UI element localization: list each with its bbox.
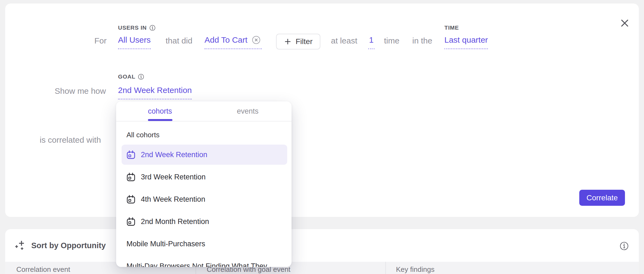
- column-header-key-findings[interactable]: Key findings: [396, 265, 435, 274]
- goal-picker-dropdown: cohorts events All cohorts 2nd Week Rete…: [116, 101, 292, 267]
- list-item-multi-day-browsers[interactable]: Multi-Day Browsers Not Finding What They: [122, 256, 287, 267]
- show-me-how-word: Show me how: [55, 86, 106, 96]
- time-label-text: TIME: [444, 24, 459, 31]
- sparkle-icon: [14, 239, 27, 252]
- list-item-mobile-multi-purchasers[interactable]: Mobile Multi-Purchasers: [122, 234, 287, 254]
- time-range-selector[interactable]: Last quarter: [444, 35, 488, 49]
- results-table-header: Correlation event Correlation with goal …: [5, 262, 639, 274]
- list-item-label: Multi-Day Browsers Not Finding What They: [126, 262, 267, 267]
- count-selector[interactable]: 1: [368, 35, 374, 49]
- that-did-word: that did: [166, 36, 192, 45]
- column-divider: [385, 262, 386, 274]
- is-correlated-with-word: is correlated with: [40, 135, 101, 145]
- goal-label-text: GOAL: [118, 73, 135, 80]
- list-item-label: Mobile Multi-Purchasers: [126, 240, 205, 248]
- calendar-icon: [126, 150, 135, 159]
- list-item-3rd-week-retention[interactable]: 3rd Week Retention: [122, 167, 287, 187]
- info-icon[interactable]: [138, 74, 144, 80]
- goal-value: 2nd Week Retention: [118, 86, 192, 95]
- close-button[interactable]: [618, 16, 632, 30]
- in-the-word: in the: [412, 36, 432, 45]
- goal-label: GOAL: [118, 73, 144, 80]
- cohort-section-label: All cohorts: [126, 131, 159, 139]
- for-word: For: [94, 36, 107, 45]
- correlate-button[interactable]: Correlate: [579, 190, 625, 206]
- column-header-correlation-event[interactable]: Correlation event: [16, 265, 70, 274]
- list-item-label: 4th Week Retention: [141, 195, 205, 204]
- list-item-label: 3rd Week Retention: [141, 173, 206, 181]
- event-value: Add To Cart: [205, 35, 247, 45]
- plus-icon: [284, 38, 292, 45]
- at-least-word: at least: [331, 36, 357, 45]
- filter-button-label: Filter: [296, 37, 312, 46]
- results-info-button[interactable]: [618, 240, 630, 252]
- list-item-2nd-month-retention[interactable]: 2nd Month Retention: [122, 211, 287, 232]
- tab-events[interactable]: events: [204, 101, 292, 121]
- remove-event-icon[interactable]: [251, 35, 262, 45]
- event-selector[interactable]: Add To Cart: [205, 35, 262, 49]
- cohort-value: All Users: [118, 35, 151, 45]
- calendar-icon: [126, 195, 135, 204]
- list-item-label: 2nd Week Retention: [141, 151, 207, 159]
- dropdown-tabs: cohorts events: [116, 101, 292, 122]
- users-in-label: USERS IN: [118, 24, 156, 31]
- results-panel: Sort by Opportunity Correlation event Co…: [5, 229, 639, 274]
- sort-by-opportunity-button[interactable]: Sort by Opportunity: [14, 239, 106, 252]
- correlation-builder-page: USERS IN For All Users that did Add To C…: [0, 0, 644, 274]
- active-tab-indicator: [148, 119, 172, 121]
- add-filter-button[interactable]: Filter: [276, 34, 320, 49]
- count-value: 1: [369, 35, 374, 45]
- list-item-4th-week-retention[interactable]: 4th Week Retention: [122, 189, 287, 209]
- time-word: time: [384, 36, 400, 45]
- calendar-icon: [126, 173, 135, 182]
- list-item-2nd-week-retention[interactable]: 2nd Week Retention: [122, 145, 287, 165]
- cohort-list: 2nd Week Retention 3rd Week Retention: [122, 145, 287, 267]
- time-range-value: Last quarter: [444, 35, 488, 45]
- users-in-label-text: USERS IN: [118, 24, 147, 31]
- list-item-label: 2nd Month Retention: [141, 217, 209, 226]
- query-builder-card: [5, 4, 639, 217]
- cohort-selector[interactable]: All Users: [118, 35, 151, 49]
- time-label: TIME: [444, 24, 459, 31]
- info-icon: [620, 241, 629, 251]
- sort-button-label: Sort by Opportunity: [31, 241, 106, 250]
- goal-selector[interactable]: 2nd Week Retention: [118, 86, 192, 99]
- calendar-icon: [126, 217, 135, 226]
- tab-cohorts[interactable]: cohorts: [116, 101, 204, 121]
- close-icon: [620, 19, 629, 27]
- info-icon[interactable]: [149, 25, 156, 31]
